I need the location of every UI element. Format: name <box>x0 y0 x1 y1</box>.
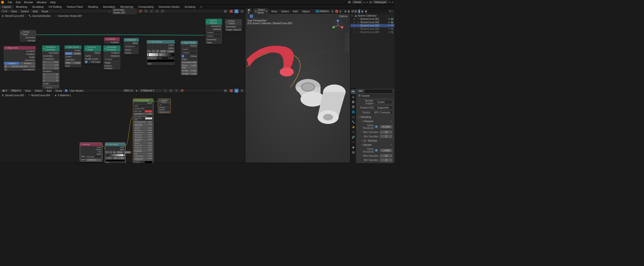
object-field[interactable]: ■BezierCurve.002× <box>4 65 35 68</box>
tool-select[interactable] <box>250 15 253 18</box>
mode-original[interactable]: Original <box>4 62 19 65</box>
new-collection-icon[interactable]: + <box>392 10 393 13</box>
perspective-button[interactable] <box>345 47 349 51</box>
menu-file[interactable]: File <box>6 1 14 4</box>
attr-name[interactable]: A Material 1 <box>86 159 101 161</box>
bsdf-input[interactable]: Anisotropic Rotation0.000 <box>134 138 153 142</box>
ramp-colormode[interactable]: RGB <box>160 50 166 53</box>
tool-rotate[interactable] <box>257 15 260 18</box>
hide-render-icon[interactable]: 📷 <box>391 28 393 30</box>
node-position[interactable]: Position Position <box>104 37 120 44</box>
nodegroup-selector[interactable]: Geometry Nodes.007 <box>112 8 137 14</box>
hide-viewport-icon[interactable]: 👁 <box>388 21 390 24</box>
datapath-breadcrumb[interactable]: 🎬 Scene <box>357 94 393 98</box>
tab-texture-paint[interactable]: Texture Paint <box>64 5 85 9</box>
parent-nodegroup-button[interactable]: ↰ <box>160 9 165 13</box>
r-min-input[interactable]: 0 <box>380 158 392 162</box>
props-tab-render[interactable]: 📷 <box>351 89 355 94</box>
editor-type-selector[interactable]: ⬡ ▾ <box>1 10 8 13</box>
tab-modeling[interactable]: Modeling <box>13 5 30 9</box>
viewport-canvas[interactable] <box>245 9 350 163</box>
bsdf-input[interactable]: Transmission Roughness0.000 <box>134 157 153 161</box>
type-selector[interactable]: Float ▾ <box>181 48 197 51</box>
node-header[interactable]: Group Output <box>225 19 242 25</box>
input-start[interactable]: Start0.000 <box>65 61 81 64</box>
node-header[interactable]: Geometry Proximity <box>103 45 120 51</box>
shading-wireframe[interactable]: ⊞ <box>355 9 357 13</box>
r-noise-input[interactable]: 1.0000 <box>380 149 392 152</box>
outliner[interactable]: ☰▾ ▤ ⚗ + ▾▣ Scene Collection ▸〰BezierCur… <box>350 9 394 88</box>
hide-render-icon[interactable]: 📷 <box>391 31 393 34</box>
tree-row[interactable]: ▸〰BezierCurve.002👁📷 <box>350 21 394 24</box>
device-selector[interactable]: GPU Compute <box>372 111 392 114</box>
node-object-info[interactable]: Object Info Location Rotation Scale Geom… <box>4 46 36 71</box>
vp-menu-select[interactable]: Select <box>280 10 290 13</box>
vp-noise-checkbox[interactable] <box>375 125 378 128</box>
bsdf-input[interactable]: Sheen Tint0.500 <box>134 144 153 146</box>
menu-edit[interactable]: Edit <box>14 1 22 4</box>
target-selector[interactable]: All <box>158 104 170 106</box>
shader-type-selector[interactable]: Object ▾ <box>10 89 22 92</box>
new-nodegroup-button[interactable]: + <box>149 9 153 13</box>
ramp-mode[interactable]: RGB <box>116 151 123 154</box>
node-color-ramp-shader[interactable]: Color Ramp Color Alpha +−▾RGBLinear 0Pos… <box>105 143 126 163</box>
bsdf-input[interactable]: Clearcoat0.000 <box>134 147 153 149</box>
input-to-max[interactable]: To Max1.000 <box>181 72 197 75</box>
color-swatch[interactable] <box>145 117 152 119</box>
node-distance[interactable]: Distance Value Distance ▾ Vector Vector <box>124 38 139 54</box>
ramp-color-swatch[interactable] <box>147 60 174 62</box>
tab-compositing[interactable]: Compositing <box>136 5 156 9</box>
props-tab-object[interactable]: ▢ <box>351 115 355 119</box>
viewlayer-name-field[interactable]: ViewLayer <box>373 1 388 4</box>
breadcrumb-mesh[interactable]: BezierCurve.004 <box>31 94 50 97</box>
hide-viewport-icon[interactable]: 👁 <box>388 24 390 27</box>
node-material-output[interactable]: Material Output All Surface Volume Displ… <box>158 98 171 113</box>
shading-rendered[interactable]: ◉ <box>365 9 367 13</box>
viewlayer-delete-button[interactable]: × <box>392 1 393 4</box>
node-header[interactable]: Object Info <box>4 46 36 50</box>
panel-menu-icon[interactable]: ≡ <box>391 120 392 123</box>
bsdf-input[interactable]: Specular0.500 <box>134 129 153 131</box>
disclosure-icon[interactable]: ▸ <box>354 18 356 20</box>
dtype-selector[interactable]: Float ▾ <box>206 31 222 34</box>
geometry-nodes-editor[interactable]: ⬡ ▾ View Select Add Node ⬡ Geometry Node… <box>0 9 245 88</box>
tab-uv-editing[interactable]: UV Editing <box>46 5 64 9</box>
node-header[interactable]: Map Range <box>181 41 198 44</box>
bsdf-input[interactable]: Roughness0.500 <box>134 134 153 136</box>
navigation-gizmo[interactable]: X Y Z <box>332 19 344 32</box>
shading-solid[interactable]: ● <box>358 9 360 13</box>
bsdf-input[interactable]: Specular Tint0.000 <box>134 131 153 134</box>
clamp-checkbox[interactable] <box>182 55 184 57</box>
bsdf-input[interactable]: Subsurface Anisotropy0.000 <box>134 123 153 127</box>
scene-new-button[interactable]: + <box>364 1 366 4</box>
props-tab-data[interactable]: 〰 <box>351 140 355 144</box>
tab-geometry-nodes[interactable]: Geometry Nodes <box>156 5 182 9</box>
tab-scripting[interactable]: Scripting <box>182 5 198 9</box>
ramp-add[interactable]: + <box>147 50 151 53</box>
gn-overlay-button[interactable]: ⊞ <box>223 9 227 13</box>
node-geometry-proximity[interactable]: Geometry Proximity Position Distance Poi… <box>103 45 120 70</box>
ramp-index[interactable]: 1 <box>147 57 157 59</box>
node-header[interactable]: Capture Attribute <box>206 19 222 25</box>
sh-menu-node[interactable]: Node <box>54 89 63 92</box>
hide-render-icon[interactable]: 📷 <box>391 18 393 20</box>
mode-selector[interactable]: ◫ Object Mode ▾ <box>253 8 268 14</box>
ramp-del[interactable]: − <box>109 151 113 154</box>
tab-shading[interactable]: Shading <box>85 5 100 9</box>
xray-toggle[interactable]: ⊡ <box>351 9 353 13</box>
vp-noise-input[interactable]: 0.1000 <box>380 125 392 128</box>
viewport-options[interactable]: Options <box>338 15 349 18</box>
disclosure-icon[interactable]: ▸ <box>354 21 356 23</box>
node-trim-curve[interactable]: Trim Curve Curve FactorLength Curve Sele… <box>64 45 82 68</box>
gn-menu-view[interactable]: View <box>10 10 18 13</box>
pivot-button[interactable]: ⊙ <box>332 9 334 13</box>
vp-max-input[interactable]: 16 <box>380 130 392 134</box>
overlay-toggle[interactable]: ◐ <box>348 9 350 13</box>
orientation-selector[interactable]: 🌐 Global ▾ <box>314 10 330 13</box>
ramp-gradient[interactable] <box>106 154 125 156</box>
zoom-button[interactable] <box>345 33 349 37</box>
node-header[interactable]: Attribute <box>80 143 102 146</box>
shader-editor[interactable]: ◉ ▾ Object ▾ View Select Add Node Use No… <box>0 88 245 163</box>
tab-sculpting[interactable]: Sculpting <box>30 5 46 9</box>
node-color-ramp[interactable]: Color Ramp Color Alpha +−▾RGBLinear 1Pos… <box>147 40 175 65</box>
